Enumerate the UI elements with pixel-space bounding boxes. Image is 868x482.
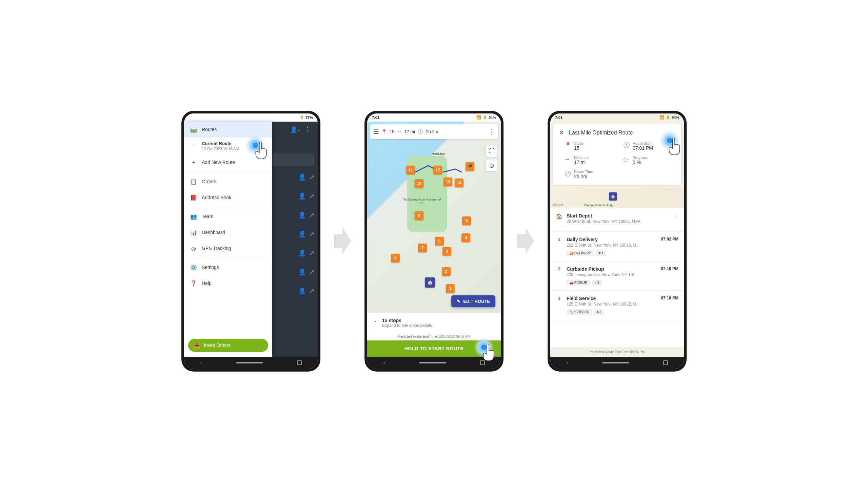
route-summary-bar: ☰ 📍 15 ↔ 17 mi 🕐 2h 2m ⋮ bbox=[370, 124, 498, 139]
phone-3: 7:01 📶 🔋 94% ✕ Last-Mile Optimized Route… bbox=[548, 111, 687, 372]
invite-others-button[interactable]: 📤 Invite Others bbox=[188, 339, 268, 352]
recents-button[interactable] bbox=[663, 360, 668, 365]
stop-row[interactable]: 1 Daily Delivery 222 E 34th St, New York… bbox=[550, 232, 684, 261]
sidebar-item-label: Address Book bbox=[202, 195, 231, 200]
sidebar-item-help[interactable]: ❓ Help bbox=[184, 275, 272, 291]
end-flag-pin[interactable]: 🏴 bbox=[466, 162, 474, 171]
locate-button[interactable]: ◎ bbox=[486, 160, 497, 171]
signal-icon: 📶 bbox=[476, 115, 481, 120]
clock-icon: 🕐 bbox=[418, 129, 423, 134]
stop-pin-9[interactable]: 9 bbox=[415, 211, 423, 220]
stop-pin-10[interactable]: 10 bbox=[415, 179, 423, 188]
sidebar-item-settings[interactable]: ⚙️ Settings bbox=[184, 259, 272, 275]
user-icon: 👤 bbox=[298, 268, 306, 276]
back-button[interactable]: ‹ bbox=[566, 360, 568, 366]
stop-pin-13[interactable]: 13 bbox=[443, 177, 452, 186]
stop-row[interactable]: 3 Field Service 125 E 54th St, New York,… bbox=[550, 291, 684, 320]
stat-distance: ↔ Distance17 mi bbox=[565, 155, 616, 165]
gear-icon: ⚙️ bbox=[190, 264, 197, 271]
share-icon: ↗ bbox=[309, 287, 314, 295]
route-title: Last-Mile Optimized Route bbox=[569, 130, 633, 136]
close-icon[interactable]: ✕ bbox=[559, 129, 564, 137]
stops-list[interactable]: 🏠 Start Depot 20 W 34th St, New York, NY… bbox=[550, 208, 684, 347]
edit-route-button[interactable]: ✎ EDIT ROUTE bbox=[451, 295, 495, 307]
seq-tag: # 2 bbox=[592, 280, 602, 286]
sidebar-item-label: GPS Tracking bbox=[202, 246, 231, 251]
battery-icon: 🔋 bbox=[299, 115, 304, 120]
stat-progress: ◌ Progress0 % bbox=[623, 155, 675, 165]
more-icon[interactable]: ⋮ bbox=[673, 213, 678, 227]
clock-icon: 🕐 bbox=[565, 170, 571, 177]
home-button[interactable] bbox=[419, 362, 446, 363]
sidebar-item-routes[interactable]: 🛤️ Routes bbox=[184, 122, 272, 138]
progress-icon: ◌ bbox=[623, 156, 629, 163]
user-icon: 👤 bbox=[298, 211, 306, 219]
user-icon: 👤 bbox=[298, 287, 306, 295]
stop-pin-5[interactable]: 5 bbox=[462, 216, 471, 225]
back-button[interactable]: ‹ bbox=[200, 360, 202, 366]
stop-row-depot[interactable]: 🏠 Start Depot 20 W 34th St, New York, NY… bbox=[550, 208, 684, 232]
routes-icon: 🛤️ bbox=[190, 126, 197, 133]
more-icon[interactable]: ⋮ bbox=[489, 128, 495, 135]
stop-pin-1[interactable]: 1 bbox=[446, 284, 455, 293]
home-button[interactable] bbox=[602, 362, 629, 363]
pin-icon: 📍 bbox=[565, 142, 571, 148]
sidebar-item-label: Dashboard bbox=[202, 230, 225, 235]
divider bbox=[184, 258, 272, 258]
share-icon: ↗ bbox=[309, 211, 314, 219]
share-icon: ↗ bbox=[309, 192, 314, 200]
fullscreen-button[interactable]: ⛶ bbox=[486, 145, 497, 157]
user-icon: 👤 bbox=[298, 192, 306, 200]
stat-route-time: 🕐 Route Time2h 2m bbox=[565, 170, 616, 179]
stop-pin-4[interactable]: 4 bbox=[461, 233, 470, 242]
stop-row[interactable]: 2 Curbside Pickup 405 Lexington Ave, New… bbox=[550, 261, 684, 291]
expand-stops-panel[interactable]: ⌃ 15 stops Expand to see stops details bbox=[367, 313, 501, 333]
stop-pin-14[interactable]: 14 bbox=[455, 179, 463, 187]
phone-1: 🔋 77% 👤₊ ⋮ Drafts L ROUTES 👤↗ 👤↗ 👤↗ 👤↗ r… bbox=[181, 111, 320, 372]
sidebar-item-address-book[interactable]: 📕 Address Book bbox=[184, 190, 272, 206]
stat-stops: 📍 Stops15 bbox=[565, 141, 616, 151]
stop-pin-8[interactable]: 8 bbox=[391, 254, 400, 263]
sidebar-item-gps[interactable]: ◎ GPS Tracking bbox=[184, 240, 272, 256]
share-icon: ↗ bbox=[309, 173, 314, 181]
type-tag: 🔧 SERVICE bbox=[567, 309, 592, 315]
sidebar-item-label: Help bbox=[202, 280, 212, 286]
stop-pin-6[interactable]: 6 bbox=[435, 237, 444, 246]
mini-map[interactable]: 🏠 Google Empire State Building bbox=[550, 188, 684, 208]
stop-pin-12[interactable]: 12 bbox=[433, 166, 442, 174]
android-nav-bar: ‹ bbox=[367, 357, 501, 369]
stop-pin-3[interactable]: 3 bbox=[442, 247, 451, 256]
sidebar-item-label: Team bbox=[202, 214, 213, 219]
stop-pin-7[interactable]: 7 bbox=[418, 244, 427, 252]
seq-tag: # 1 bbox=[596, 250, 606, 256]
sidebar-item-orders[interactable]: 📋 Orders bbox=[184, 174, 272, 190]
address-book-icon: 📕 bbox=[190, 194, 197, 201]
more-icon[interactable]: ⋮ bbox=[301, 126, 314, 133]
route-map[interactable]: 🏠 1 2 3 4 5 6 7 8 9 10 11 12 13 14 🏴 ⛶ ◎… bbox=[367, 122, 501, 313]
stop-pin-11[interactable]: 11 bbox=[406, 166, 415, 174]
hold-to-start-button[interactable]: HOLD TO START ROUTE bbox=[367, 340, 501, 357]
gps-icon: ◎ bbox=[190, 245, 197, 252]
seq-tag: # 3 bbox=[594, 309, 604, 315]
menu-icon[interactable]: ☰ bbox=[373, 128, 379, 135]
sidebar-item-team[interactable]: 👥 Team bbox=[184, 209, 272, 225]
share-icon: ↗ bbox=[309, 268, 314, 276]
arrow-icon bbox=[517, 228, 534, 255]
recents-button[interactable] bbox=[297, 360, 302, 365]
android-nav-bar: ‹ bbox=[550, 357, 684, 369]
home-button[interactable] bbox=[236, 362, 263, 363]
user-icon: 👤 bbox=[298, 230, 306, 238]
finger-cursor bbox=[481, 344, 496, 361]
plus-icon: ＋ bbox=[190, 159, 197, 166]
finger-cursor bbox=[254, 142, 269, 160]
depot-pin[interactable]: 🏠 bbox=[425, 277, 435, 288]
clipboard-icon: 📋 bbox=[190, 179, 197, 185]
sidebar-item-dashboard[interactable]: 📊 Dashboard bbox=[184, 225, 272, 240]
distance-icon: ↔ bbox=[565, 156, 571, 162]
add-user-icon[interactable]: 👤₊ bbox=[289, 126, 301, 133]
dashboard-icon: 📊 bbox=[190, 229, 197, 236]
invite-icon: 📤 bbox=[194, 342, 200, 349]
phone-2: 7:01 📶 🔋 94% 🏠 1 2 3 4 5 6 7 8 9 10 bbox=[364, 111, 504, 372]
back-button[interactable]: ‹ bbox=[383, 360, 385, 366]
stop-pin-2[interactable]: 2 bbox=[442, 267, 451, 276]
